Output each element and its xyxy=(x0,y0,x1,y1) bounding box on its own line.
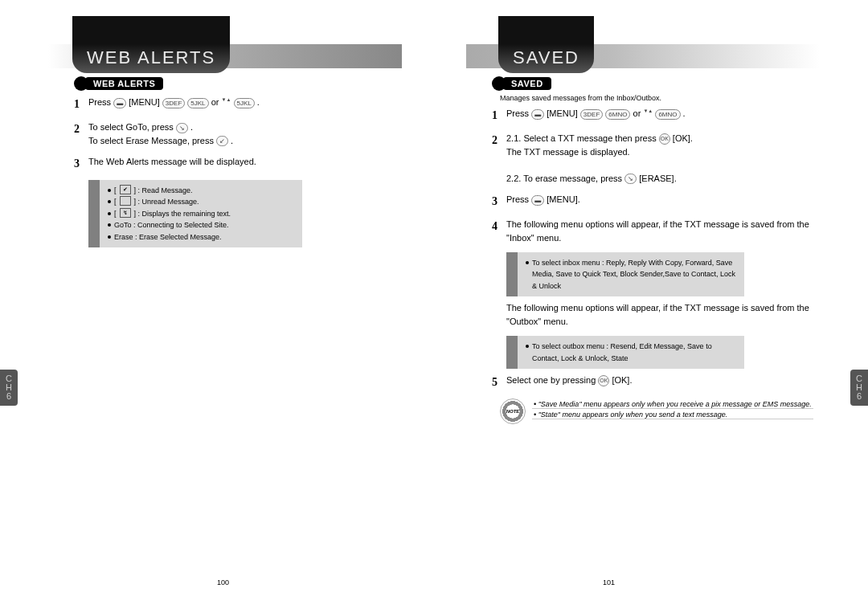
section-heading-right: SAVED xyxy=(492,76,820,91)
step-2-left: 2 To select GoTo, press ↘ . To select Er… xyxy=(74,121,402,147)
note-icon: NOTE xyxy=(500,398,526,424)
tip-box-left: [✔] : Read Message. [ ] : Unread Message… xyxy=(88,180,302,247)
header-band-left: WEB ALERTS xyxy=(48,16,402,68)
text: Erase : Erase Selected Message. xyxy=(114,231,222,243)
text: Select one by pressing xyxy=(506,375,596,385)
tip-content: [✔] : Read Message. [ ] : Unread Message… xyxy=(108,185,296,243)
right-soft-key-icon: ↘ xyxy=(176,123,188,133)
menu-key-icon: ▬ xyxy=(531,195,544,206)
num-key-5-icon: 5JKL xyxy=(187,98,208,108)
text: Press xyxy=(506,194,529,204)
step-3-left: 3 The Web Alerts message will be display… xyxy=(74,155,402,172)
text: . xyxy=(231,136,233,145)
step-3-right: 3 Press ▬ [MENU]. xyxy=(492,193,820,210)
unread-msg-icon xyxy=(120,196,131,206)
tip-sidebar xyxy=(506,252,518,296)
page-spread: C H 6 WEB ALERTS WEB ALERTS 1 Press ▬ [M… xyxy=(0,0,868,578)
text: ] : Unread Message. xyxy=(134,196,199,207)
text: [ERASE]. xyxy=(639,174,676,183)
page-left: C H 6 WEB ALERTS WEB ALERTS 1 Press ▬ [M… xyxy=(48,16,434,578)
text: [MENU] xyxy=(129,97,160,107)
step-body: 2.1. Select a TXT message then press OK … xyxy=(506,132,820,185)
text: 2.2. To erase message, press xyxy=(506,174,622,183)
bullet-icon xyxy=(108,200,111,203)
chapter-tab-right: C H 6 xyxy=(850,370,868,406)
text: or xyxy=(211,97,219,107)
text: Press xyxy=(506,108,529,118)
bullet-icon xyxy=(108,212,111,215)
tip-sidebar xyxy=(506,336,518,369)
text: The TXT message is displayed. xyxy=(506,147,630,157)
page-number-right: 101 xyxy=(603,578,615,586)
num-key-3-icon: 3DEF xyxy=(580,109,603,120)
text: To select GoTo, press xyxy=(88,122,174,132)
more-text-icon: ↯ xyxy=(120,208,131,218)
num-key-5-icon: 5JKL xyxy=(234,98,255,108)
ok-key-icon: OK xyxy=(659,133,670,145)
num-key-6-icon: 6MNO xyxy=(605,109,630,120)
text: [OK]. xyxy=(673,133,693,143)
bullet-icon xyxy=(526,345,529,348)
step-body: Press ▬ [MENU] 3DEF 6MNO or 6MNO . xyxy=(506,107,820,124)
note-block: NOTE • "Save Media" menu appears only wh… xyxy=(500,398,820,424)
step-number: 3 xyxy=(492,193,506,210)
note-text: • "Save Media" menu appears only when yo… xyxy=(532,398,813,420)
ok-key-icon: OK xyxy=(598,375,609,386)
step-number: 5 xyxy=(492,374,506,390)
nav-arrows-icon xyxy=(643,109,653,119)
step-number: 2 xyxy=(74,121,88,147)
text: Press xyxy=(88,97,111,107)
step-body: Press ▬ [MENU]. xyxy=(506,193,820,210)
right-soft-key-icon: ↘ xyxy=(624,174,637,184)
read-msg-icon: ✔ xyxy=(120,185,131,194)
text: GoTo : Connecting to Selected Site. xyxy=(114,219,229,231)
num-key-6-icon: 6MNO xyxy=(655,109,680,120)
step-body: Press ▬ [MENU] 3DEF 5JKL or 5JKL . xyxy=(88,96,402,112)
text: . xyxy=(683,108,686,118)
tip-box-inbox: To select inbox menu : Reply, Reply With… xyxy=(506,252,744,296)
bullet-icon xyxy=(108,235,111,239)
page-title-right: SAVED xyxy=(498,16,594,73)
page-title-left: WEB ALERTS xyxy=(72,16,230,73)
text: [ xyxy=(114,208,117,219)
chapter-tab-left: C H 6 xyxy=(0,370,18,406)
pill-dot-icon xyxy=(74,76,88,91)
tip-box-outbox: To select outbox menu : Resend, Edit Mes… xyxy=(506,336,744,369)
step-number: 3 xyxy=(74,155,88,172)
bullet-icon xyxy=(108,189,111,192)
text: [MENU] xyxy=(547,108,578,118)
step-4-right: 4 The following menu options will appear… xyxy=(492,218,820,244)
menu-key-icon: ▬ xyxy=(113,98,126,108)
step-body: The following menu options will appear, … xyxy=(506,301,820,328)
text: 2.1. Select a TXT message then press xyxy=(506,133,657,143)
text: To select Erase Message, press xyxy=(88,136,214,145)
step-5-right: 5 Select one by pressing OK [OK]. xyxy=(492,374,820,390)
text: . xyxy=(257,97,260,107)
text: [ xyxy=(114,185,117,196)
step-number: 4 xyxy=(492,218,506,244)
menu-key-icon: ▬ xyxy=(531,109,544,120)
tip-content: To select inbox menu : Reply, Reply With… xyxy=(526,257,738,292)
text: [OK]. xyxy=(612,375,632,385)
text: "State" menu appears only when you send … xyxy=(538,411,728,419)
page-number-left: 100 xyxy=(217,578,394,586)
text: ] : Displays the remaining text. xyxy=(134,208,231,219)
text: To select inbox menu : xyxy=(532,259,606,267)
section-subhead: Manages saved messages from the Inbox/Ou… xyxy=(500,94,820,102)
step-1-right: 1 Press ▬ [MENU] 3DEF 6MNO or 6MNO . xyxy=(492,107,820,124)
text: To select outbox menu : xyxy=(532,342,611,350)
text: . xyxy=(190,122,193,132)
pill-label: SAVED xyxy=(503,77,551,90)
text: [ xyxy=(114,196,117,207)
num-key-3-icon: 3DEF xyxy=(162,98,185,108)
step-body: Select one by pressing OK [OK]. xyxy=(506,374,820,390)
section-heading-left: WEB ALERTS xyxy=(74,76,402,91)
spacer xyxy=(492,301,506,328)
text: "Save Media" menu appears only when you … xyxy=(538,400,812,408)
tip-sidebar xyxy=(88,180,100,247)
pill-label: WEB ALERTS xyxy=(85,77,163,90)
step-number: 1 xyxy=(492,107,506,124)
text: or xyxy=(633,108,641,118)
nav-arrows-icon xyxy=(221,98,231,108)
bullet-icon xyxy=(526,261,529,264)
